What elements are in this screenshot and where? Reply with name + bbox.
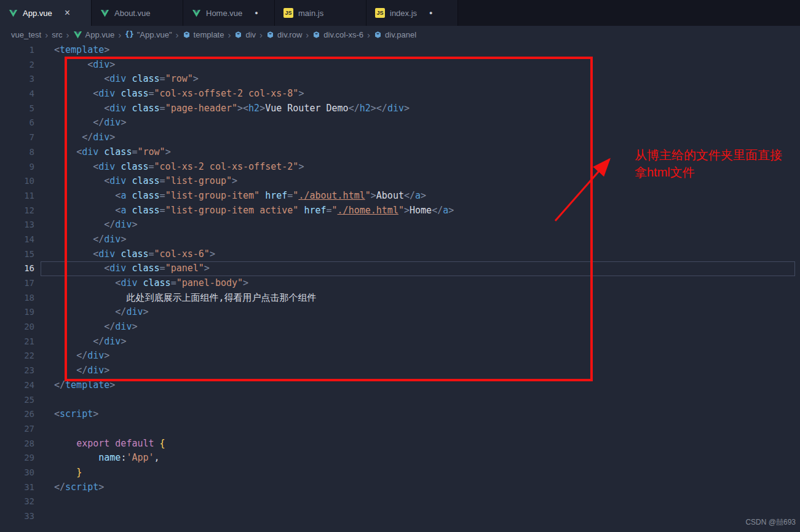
braces-icon: {} bbox=[125, 30, 133, 39]
line-number[interactable]: 27 bbox=[0, 422, 34, 437]
code-line-23[interactable]: 23 </div> bbox=[0, 363, 800, 378]
close-icon[interactable]: × bbox=[65, 8, 70, 18]
field-icon bbox=[312, 31, 320, 39]
breadcrumb-item--app-vue-[interactable]: {}"App.vue" bbox=[125, 30, 172, 39]
line-number[interactable]: 15 bbox=[0, 247, 34, 262]
line-number[interactable]: 4 bbox=[0, 87, 34, 101]
tab-index-js[interactable]: JSindex.js● bbox=[366, 0, 458, 26]
line-number[interactable]: 28 bbox=[0, 437, 34, 451]
line-content: <div class="col-xs-offset-2 col-xs-8"> bbox=[34, 87, 304, 101]
line-number[interactable]: 6 bbox=[0, 116, 34, 130]
line-content bbox=[34, 509, 54, 524]
line-content: </div> bbox=[34, 335, 126, 349]
code-line-2[interactable]: 2 <div> bbox=[0, 58, 800, 73]
breadcrumb-item-template[interactable]: template bbox=[183, 30, 224, 39]
js-icon: JS bbox=[375, 8, 385, 18]
line-content: <div class="panel-body"> bbox=[34, 276, 248, 291]
line-number[interactable]: 20 bbox=[0, 320, 34, 335]
line-number[interactable]: 10 bbox=[0, 174, 34, 189]
code-line-26[interactable]: 26<script> bbox=[0, 407, 800, 422]
line-number[interactable]: 2 bbox=[0, 58, 34, 73]
line-number[interactable]: 26 bbox=[0, 407, 34, 422]
code-line-32[interactable]: 32 bbox=[0, 494, 800, 509]
breadcrumb-item-vue-test[interactable]: vue_test bbox=[11, 30, 41, 39]
code-line-14[interactable]: 14 </div> bbox=[0, 232, 800, 247]
code-line-11[interactable]: 11 <a class="list-group-item" href="./ab… bbox=[0, 189, 800, 204]
annotation-note-line1: 从博主给的文件夹里面直接 bbox=[635, 146, 782, 164]
line-content: 此处到底展示上面组件,得看用户点击那个组件 bbox=[34, 291, 316, 306]
breadcrumb-item-div[interactable]: div bbox=[234, 30, 256, 39]
code-line-7[interactable]: 7 </div> bbox=[0, 130, 800, 145]
line-content: <div class="list-group"> bbox=[34, 174, 237, 189]
code-line-29[interactable]: 29 name:'App', bbox=[0, 451, 800, 466]
breadcrumb-separator-icon: › bbox=[63, 30, 73, 39]
line-number[interactable]: 32 bbox=[0, 494, 34, 509]
tab-label: main.js bbox=[298, 9, 323, 18]
line-number[interactable]: 3 bbox=[0, 72, 34, 87]
line-number[interactable]: 24 bbox=[0, 378, 34, 393]
line-number[interactable]: 9 bbox=[0, 160, 34, 175]
code-line-13[interactable]: 13 </div> bbox=[0, 218, 800, 232]
line-number[interactable]: 5 bbox=[0, 101, 34, 116]
line-number[interactable]: 31 bbox=[0, 480, 34, 495]
line-number[interactable]: 23 bbox=[0, 363, 34, 378]
line-number[interactable]: 22 bbox=[0, 349, 34, 363]
breadcrumb-item-div-col-xs-6[interactable]: div.col-xs-6 bbox=[312, 30, 363, 39]
breadcrumb-separator-icon: › bbox=[256, 30, 266, 39]
code-line-5[interactable]: 5 <div class="page-header"><h2>Vue Route… bbox=[0, 101, 800, 116]
code-line-27[interactable]: 27 bbox=[0, 422, 800, 437]
annotation-note: 从博主给的文件夹里面直接 拿html文件 bbox=[635, 146, 782, 181]
line-number[interactable]: 30 bbox=[0, 466, 34, 480]
line-number[interactable]: 19 bbox=[0, 305, 34, 320]
line-number[interactable]: 14 bbox=[0, 232, 34, 247]
code-line-18[interactable]: 18 此处到底展示上面组件,得看用户点击那个组件 bbox=[0, 291, 800, 306]
line-number[interactable]: 33 bbox=[0, 509, 34, 524]
code-line-25[interactable]: 25 bbox=[0, 393, 800, 408]
line-number[interactable]: 11 bbox=[0, 189, 34, 204]
js-icon: JS bbox=[283, 8, 293, 18]
breadcrumb-item-src[interactable]: src bbox=[52, 30, 62, 39]
line-number[interactable]: 29 bbox=[0, 451, 34, 466]
code-line-33[interactable]: 33 bbox=[0, 509, 800, 524]
code-line-1[interactable]: 1<template> bbox=[0, 43, 800, 58]
line-number[interactable]: 7 bbox=[0, 130, 34, 145]
tab-app-vue[interactable]: App.vue× bbox=[0, 0, 92, 26]
code-line-20[interactable]: 20 </div> bbox=[0, 320, 800, 335]
line-number[interactable]: 21 bbox=[0, 335, 34, 349]
line-number[interactable]: 16 bbox=[0, 261, 34, 276]
code-line-16[interactable]: 16 <div class="panel"> bbox=[0, 261, 800, 276]
code-line-12[interactable]: 12 <a class="list-group-item active" hre… bbox=[0, 204, 800, 218]
code-line-15[interactable]: 15 <div class="col-xs-6"> bbox=[0, 247, 800, 262]
code-line-17[interactable]: 17 <div class="panel-body"> bbox=[0, 276, 800, 291]
line-number[interactable]: 17 bbox=[0, 276, 34, 291]
code-line-22[interactable]: 22 </div> bbox=[0, 349, 800, 363]
field-icon bbox=[266, 31, 274, 39]
vue-icon bbox=[100, 9, 109, 18]
code-line-3[interactable]: 3 <div class="row"> bbox=[0, 72, 800, 87]
code-line-19[interactable]: 19 </div> bbox=[0, 305, 800, 320]
code-line-24[interactable]: 24</template> bbox=[0, 378, 800, 393]
line-content: </div> bbox=[34, 349, 109, 363]
line-number[interactable]: 13 bbox=[0, 218, 34, 232]
line-number[interactable]: 1 bbox=[0, 43, 34, 58]
code-line-21[interactable]: 21 </div> bbox=[0, 335, 800, 349]
code-line-6[interactable]: 6 </div> bbox=[0, 116, 800, 130]
line-content: </div> bbox=[34, 363, 109, 378]
code-line-28[interactable]: 28 export default { bbox=[0, 437, 800, 451]
line-number[interactable]: 25 bbox=[0, 393, 34, 408]
line-number[interactable]: 8 bbox=[0, 145, 34, 160]
line-number[interactable]: 12 bbox=[0, 204, 34, 218]
code-line-31[interactable]: 31</script> bbox=[0, 480, 800, 495]
tab-about-vue[interactable]: About.vue bbox=[92, 0, 183, 26]
breadcrumb-item-div-panel[interactable]: div.panel bbox=[374, 30, 416, 39]
breadcrumb-item-app-vue[interactable]: App.vue bbox=[73, 30, 115, 39]
line-number[interactable]: 18 bbox=[0, 291, 34, 306]
line-content: <script> bbox=[34, 407, 98, 422]
breadcrumb-item-div-row[interactable]: div.row bbox=[266, 30, 302, 39]
code-line-30[interactable]: 30 } bbox=[0, 466, 800, 480]
code-line-4[interactable]: 4 <div class="col-xs-offset-2 col-xs-8"> bbox=[0, 87, 800, 101]
tab-main-js[interactable]: JSmain.js bbox=[275, 0, 366, 26]
breadcrumb-separator-icon: › bbox=[41, 30, 52, 39]
line-content: <template> bbox=[34, 43, 109, 58]
tab-home-vue[interactable]: Home.vue● bbox=[183, 0, 275, 26]
